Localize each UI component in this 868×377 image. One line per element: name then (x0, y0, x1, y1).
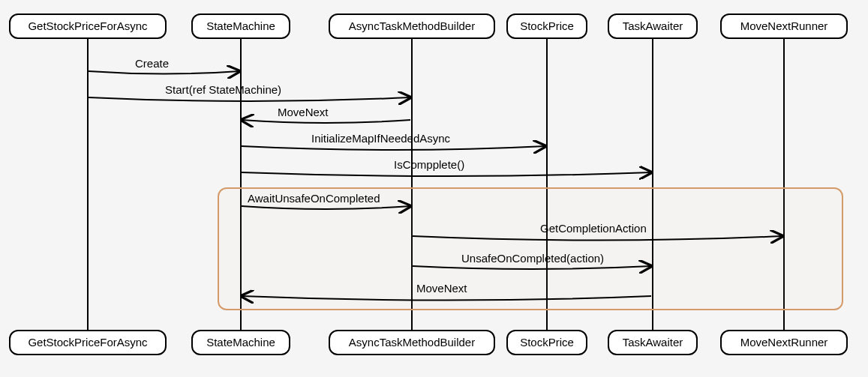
msg-iscomplete: IsCompplete() (394, 158, 464, 171)
msg-init: InitializeMapIfNeededAsync (311, 132, 450, 145)
arrows-layer (0, 0, 868, 377)
msg-create: Create (135, 57, 169, 70)
msg-movenext-2: MoveNext (416, 282, 467, 295)
msg-await-unsafe: AwaitUnsafeOnCompleted (248, 192, 380, 205)
msg-unsafe-on-completed: UnsafeOnCompleted(action) (461, 252, 604, 265)
msg-start: Start(ref StateMachine) (165, 83, 281, 96)
sequence-diagram: GetStockPriceForAsync StateMachine Async… (0, 0, 868, 377)
msg-movenext-1: MoveNext (278, 106, 329, 118)
msg-get-completion: GetCompletionAction (540, 222, 647, 235)
